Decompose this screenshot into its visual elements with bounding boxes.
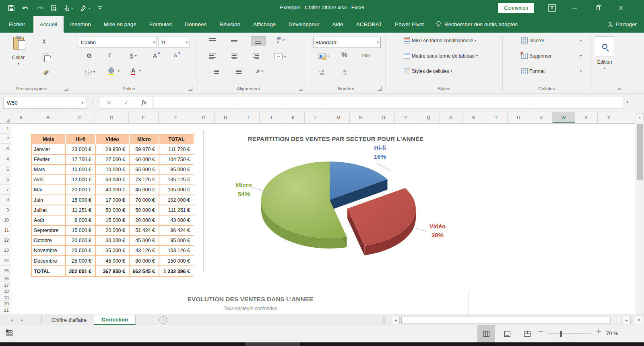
- table-cell[interactable]: 43 000 €: [159, 215, 194, 226]
- table-cell[interactable]: 111 720 €: [159, 145, 194, 155]
- sheet-nav-right-icon[interactable]: ▸: [21, 317, 23, 323]
- zoom-level[interactable]: 70 %: [606, 330, 618, 336]
- column-header-C[interactable]: C: [65, 112, 95, 123]
- percent-format-button[interactable]: %: [341, 51, 347, 59]
- table-cell[interactable]: 20 000 €: [130, 215, 159, 226]
- align-top-button[interactable]: [209, 38, 217, 44]
- row-header-20[interactable]: 20: [0, 301, 11, 307]
- row-header-5[interactable]: 5: [0, 164, 11, 174]
- scroll-left-icon[interactable]: ◂: [392, 316, 400, 324]
- table-cell[interactable]: Avril: [32, 175, 66, 185]
- align-left-button[interactable]: [209, 54, 217, 59]
- column-header-R[interactable]: R: [440, 112, 462, 123]
- decrease-font-button[interactable]: A▼: [174, 53, 177, 58]
- ribbon-tab-power-pivot[interactable]: Power Pivot: [388, 16, 430, 33]
- decrease-indent-button[interactable]: ←: [208, 70, 219, 75]
- table-cell[interactable]: 10 000 €: [66, 165, 96, 175]
- hscroll-splitter[interactable]: [383, 317, 385, 323]
- column-header-L[interactable]: L: [305, 112, 327, 123]
- column-header-K[interactable]: K: [282, 112, 305, 123]
- minimize-button[interactable]: [565, 0, 584, 16]
- table-total-cell[interactable]: TOTAL: [32, 266, 66, 276]
- table-cell[interactable]: 12 000 €: [66, 175, 96, 185]
- borders-button[interactable]: ▾: [85, 69, 95, 75]
- ribbon-tab-données[interactable]: Données: [178, 16, 213, 33]
- table-header-vidéo[interactable]: Vidéo: [96, 135, 130, 145]
- formula-bar-splitter[interactable]: [92, 99, 93, 107]
- table-cell[interactable]: 60 000 €: [130, 155, 159, 165]
- ribbon-display-options-icon[interactable]: [548, 4, 556, 13]
- row-header-16[interactable]: 16: [0, 276, 11, 282]
- column-header-S[interactable]: S: [462, 112, 485, 123]
- table-cell[interactable]: 25 000 €: [66, 246, 96, 256]
- table-cell[interactable]: 17 750 €: [66, 155, 96, 165]
- column-header-T[interactable]: T: [485, 112, 508, 123]
- wrap-text-button[interactable]: abc↵: [277, 37, 286, 43]
- table-cell[interactable]: 17 000 €: [96, 195, 130, 205]
- zoom-slider-thumb[interactable]: [560, 331, 562, 337]
- sales-table[interactable]: MoisHi-fiVidéoMicroTOTALJanvier23 000 €2…: [31, 134, 194, 277]
- table-cell[interactable]: 150 000 €: [159, 256, 194, 266]
- row-header-18[interactable]: 18: [0, 288, 11, 295]
- clipboard-dialog-launcher[interactable]: [64, 87, 68, 91]
- table-cell[interactable]: 8 000 €: [66, 215, 96, 226]
- column-header-O[interactable]: O: [372, 112, 395, 123]
- table-cell[interactable]: 45 000 €: [130, 185, 159, 195]
- styles-button-0[interactable]: Mise en forme conditionnelle▾: [404, 37, 477, 44]
- currency-format-button[interactable]: ▾: [318, 54, 329, 59]
- table-cell[interactable]: 105 000 €: [159, 185, 194, 195]
- table-cell[interactable]: 45 000 €: [130, 236, 159, 246]
- format-painter-button[interactable]: [43, 70, 49, 75]
- row-header-21[interactable]: 21: [0, 307, 11, 313]
- table-cell[interactable]: Octobre: [32, 236, 66, 246]
- table-cell[interactable]: 65 000 €: [130, 165, 159, 175]
- sheet-nav-left-icon[interactable]: ◂: [10, 317, 13, 323]
- ribbon-tab-mise-en-page[interactable]: Mise en page: [97, 16, 143, 33]
- vertical-scrollbar[interactable]: ▴: [635, 112, 644, 315]
- table-cell[interactable]: 28 850 €: [96, 145, 130, 155]
- select-all-corner[interactable]: [0, 112, 11, 123]
- ribbon-tab-fichier[interactable]: Fichier: [1, 16, 33, 33]
- bold-button[interactable]: G: [87, 52, 92, 59]
- row-header-9[interactable]: 9: [0, 205, 11, 215]
- row-header-19[interactable]: 19: [0, 294, 11, 301]
- row-header-17[interactable]: 17: [0, 282, 11, 288]
- zoom-slider-track[interactable]: [547, 334, 591, 334]
- table-cell[interactable]: 27 000 €: [96, 155, 130, 165]
- table-cell[interactable]: Mai: [32, 185, 66, 195]
- increase-font-button[interactable]: A▲: [153, 52, 157, 59]
- table-cell[interactable]: 20 000 €: [66, 236, 96, 246]
- table-cell[interactable]: 15 000 €: [66, 226, 96, 236]
- table-cell[interactable]: Mars: [32, 165, 66, 175]
- fill-color-button[interactable]: ▾: [108, 68, 120, 74]
- insert-function-icon[interactable]: fx: [141, 99, 146, 106]
- alignment-dialog-launcher[interactable]: [299, 87, 303, 91]
- table-cell[interactable]: 104 750 €: [159, 155, 194, 165]
- column-header-D[interactable]: D: [95, 112, 129, 123]
- ribbon-tab-acrobat[interactable]: ACROBAT: [350, 16, 388, 33]
- table-cell[interactable]: 20 000 €: [96, 226, 130, 236]
- paste-button[interactable]: Coller ▾: [12, 37, 25, 66]
- collapse-ribbon-button[interactable]: [617, 86, 622, 92]
- number-dialog-launcher[interactable]: [378, 87, 382, 91]
- table-cell[interactable]: Août: [32, 215, 66, 226]
- table-cell[interactable]: Février: [32, 155, 66, 165]
- table-cell[interactable]: 43 126 €: [130, 246, 159, 256]
- row-header-15[interactable]: 15: [0, 266, 11, 276]
- ribbon-tab-accueil[interactable]: Accueil: [33, 16, 64, 33]
- scroll-down-icon[interactable]: ▾: [635, 316, 643, 324]
- enter-icon[interactable]: ✓: [124, 99, 129, 106]
- column-header-V[interactable]: V: [530, 112, 553, 123]
- styles-button-1[interactable]: Mettre sous forme de tableau▾: [404, 53, 478, 59]
- table-total-cell[interactable]: 202 001 €: [66, 266, 96, 276]
- page-break-view-button[interactable]: [518, 325, 536, 342]
- table-total-cell[interactable]: 1 232 396 €: [159, 266, 194, 276]
- column-header-E[interactable]: E: [129, 112, 159, 123]
- table-cell[interactable]: 102 000 €: [159, 195, 194, 205]
- table-cell[interactable]: Janvier: [32, 145, 66, 155]
- column-header-Y[interactable]: Y: [598, 112, 620, 123]
- edition-search-button[interactable]: [595, 36, 614, 56]
- table-cell[interactable]: 15 000 €: [66, 195, 96, 205]
- table-header-mois[interactable]: Mois: [32, 135, 66, 145]
- close-button[interactable]: [612, 0, 630, 16]
